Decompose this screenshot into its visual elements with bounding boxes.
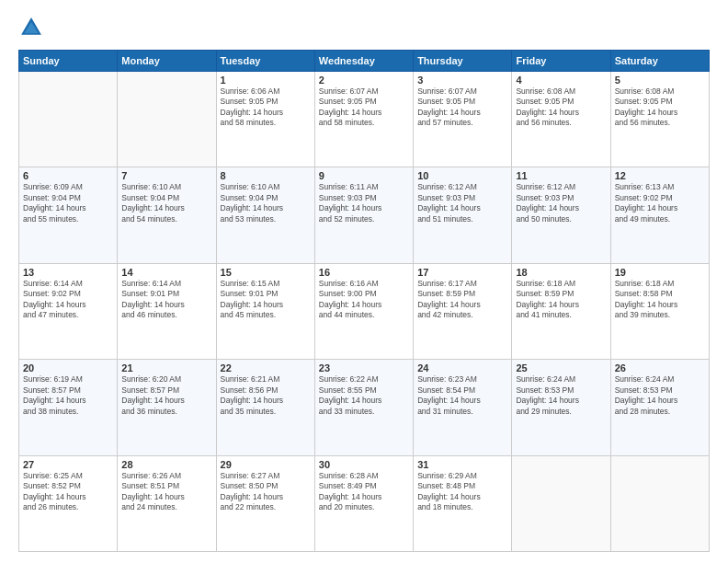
calendar-cell: 21Sunrise: 6:20 AMSunset: 8:57 PMDayligh… (118, 360, 216, 455)
calendar-cell: 22Sunrise: 6:21 AMSunset: 8:56 PMDayligh… (216, 360, 314, 455)
day-info: Sunrise: 6:08 AMSunset: 9:05 PMDaylight:… (615, 86, 705, 129)
day-number: 24 (417, 362, 507, 373)
day-number: 27 (23, 459, 113, 470)
calendar-cell (19, 72, 118, 167)
day-info: Sunrise: 6:16 AMSunset: 9:00 PMDaylight:… (319, 279, 409, 321)
calendar-week-row: 13Sunrise: 6:14 AMSunset: 9:02 PMDayligh… (19, 263, 710, 359)
day-info: Sunrise: 6:07 AMSunset: 9:05 PMDaylight:… (417, 86, 507, 129)
calendar-cell: 29Sunrise: 6:27 AMSunset: 8:50 PMDayligh… (216, 455, 314, 551)
calendar-cell: 7Sunrise: 6:10 AMSunset: 9:04 PMDaylight… (118, 167, 216, 263)
day-number: 14 (121, 267, 211, 278)
logo (18, 15, 48, 40)
day-number: 22 (221, 362, 311, 373)
calendar-header-friday: Friday (512, 51, 610, 72)
calendar-cell: 2Sunrise: 6:07 AMSunset: 9:05 PMDaylight… (314, 72, 413, 167)
day-number: 26 (615, 362, 705, 373)
day-info: Sunrise: 6:14 AMSunset: 9:02 PMDaylight:… (23, 279, 113, 321)
calendar-header-thursday: Thursday (414, 51, 512, 72)
calendar-header-sunday: Sunday (19, 51, 118, 72)
calendar-week-row: 1Sunrise: 6:06 AMSunset: 9:05 PMDaylight… (19, 72, 710, 167)
calendar-cell: 18Sunrise: 6:18 AMSunset: 8:59 PMDayligh… (512, 263, 610, 359)
day-info: Sunrise: 6:10 AMSunset: 9:04 PMDaylight:… (121, 182, 211, 224)
calendar-week-row: 6Sunrise: 6:09 AMSunset: 9:04 PMDaylight… (19, 167, 710, 263)
day-info: Sunrise: 6:21 AMSunset: 8:56 PMDaylight:… (221, 374, 311, 417)
calendar-header-tuesday: Tuesday (216, 51, 314, 72)
calendar-cell: 27Sunrise: 6:25 AMSunset: 8:52 PMDayligh… (19, 455, 118, 551)
day-info: Sunrise: 6:24 AMSunset: 8:53 PMDaylight:… (516, 374, 606, 417)
calendar-cell: 8Sunrise: 6:10 AMSunset: 9:04 PMDaylight… (216, 167, 314, 263)
day-number: 12 (615, 170, 705, 181)
day-info: Sunrise: 6:19 AMSunset: 8:57 PMDaylight:… (23, 374, 113, 417)
day-info: Sunrise: 6:18 AMSunset: 8:58 PMDaylight:… (615, 279, 705, 321)
day-info: Sunrise: 6:28 AMSunset: 8:49 PMDaylight:… (319, 471, 409, 513)
day-number: 17 (417, 267, 507, 278)
calendar-cell: 24Sunrise: 6:23 AMSunset: 8:54 PMDayligh… (414, 360, 512, 455)
day-number: 25 (516, 362, 606, 373)
day-number: 20 (23, 362, 113, 373)
calendar-cell: 5Sunrise: 6:08 AMSunset: 9:05 PMDaylight… (610, 72, 709, 167)
day-info: Sunrise: 6:10 AMSunset: 9:04 PMDaylight:… (221, 182, 311, 224)
day-info: Sunrise: 6:20 AMSunset: 8:57 PMDaylight:… (121, 374, 211, 417)
day-number: 28 (121, 459, 211, 470)
day-number: 31 (417, 459, 507, 470)
day-number: 8 (221, 170, 311, 181)
calendar-cell: 1Sunrise: 6:06 AMSunset: 9:05 PMDaylight… (216, 72, 314, 167)
calendar-header-monday: Monday (118, 51, 216, 72)
calendar-cell: 13Sunrise: 6:14 AMSunset: 9:02 PMDayligh… (19, 263, 118, 359)
day-info: Sunrise: 6:23 AMSunset: 8:54 PMDaylight:… (417, 374, 507, 417)
day-number: 19 (615, 267, 705, 278)
calendar-cell: 15Sunrise: 6:15 AMSunset: 9:01 PMDayligh… (216, 263, 314, 359)
day-number: 4 (516, 75, 606, 86)
logo-icon (18, 15, 44, 40)
day-info: Sunrise: 6:09 AMSunset: 9:04 PMDaylight:… (23, 182, 113, 224)
calendar-cell: 16Sunrise: 6:16 AMSunset: 9:00 PMDayligh… (314, 263, 413, 359)
calendar-week-row: 27Sunrise: 6:25 AMSunset: 8:52 PMDayligh… (19, 455, 710, 551)
day-number: 7 (121, 170, 211, 181)
day-info: Sunrise: 6:24 AMSunset: 8:53 PMDaylight:… (615, 374, 705, 417)
calendar-cell: 28Sunrise: 6:26 AMSunset: 8:51 PMDayligh… (118, 455, 216, 551)
day-info: Sunrise: 6:12 AMSunset: 9:03 PMDaylight:… (516, 182, 606, 224)
calendar-cell: 20Sunrise: 6:19 AMSunset: 8:57 PMDayligh… (19, 360, 118, 455)
day-number: 29 (221, 459, 311, 470)
calendar-cell (610, 455, 709, 551)
day-number: 6 (23, 170, 113, 181)
day-info: Sunrise: 6:08 AMSunset: 9:05 PMDaylight:… (516, 86, 606, 129)
day-info: Sunrise: 6:06 AMSunset: 9:05 PMDaylight:… (221, 86, 311, 129)
calendar-cell: 31Sunrise: 6:29 AMSunset: 8:48 PMDayligh… (414, 455, 512, 551)
calendar-header-row: SundayMondayTuesdayWednesdayThursdayFrid… (19, 51, 710, 72)
calendar-cell: 9Sunrise: 6:11 AMSunset: 9:03 PMDaylight… (314, 167, 413, 263)
calendar-cell: 30Sunrise: 6:28 AMSunset: 8:49 PMDayligh… (314, 455, 413, 551)
day-info: Sunrise: 6:14 AMSunset: 9:01 PMDaylight:… (121, 279, 211, 321)
calendar-cell: 25Sunrise: 6:24 AMSunset: 8:53 PMDayligh… (512, 360, 610, 455)
day-number: 15 (221, 267, 311, 278)
day-number: 9 (319, 170, 409, 181)
day-info: Sunrise: 6:12 AMSunset: 9:03 PMDaylight:… (417, 182, 507, 224)
day-number: 2 (319, 75, 409, 86)
calendar-cell: 14Sunrise: 6:14 AMSunset: 9:01 PMDayligh… (118, 263, 216, 359)
calendar-header-saturday: Saturday (610, 51, 709, 72)
day-number: 11 (516, 170, 606, 181)
calendar-cell: 10Sunrise: 6:12 AMSunset: 9:03 PMDayligh… (414, 167, 512, 263)
calendar-cell (512, 455, 610, 551)
day-info: Sunrise: 6:15 AMSunset: 9:01 PMDaylight:… (221, 279, 311, 321)
calendar-cell: 12Sunrise: 6:13 AMSunset: 9:02 PMDayligh… (610, 167, 709, 263)
calendar-week-row: 20Sunrise: 6:19 AMSunset: 8:57 PMDayligh… (19, 360, 710, 455)
day-number: 21 (121, 362, 211, 373)
day-info: Sunrise: 6:27 AMSunset: 8:50 PMDaylight:… (221, 471, 311, 513)
calendar-cell: 17Sunrise: 6:17 AMSunset: 8:59 PMDayligh… (414, 263, 512, 359)
calendar-cell: 11Sunrise: 6:12 AMSunset: 9:03 PMDayligh… (512, 167, 610, 263)
day-number: 23 (319, 362, 409, 373)
day-info: Sunrise: 6:18 AMSunset: 8:59 PMDaylight:… (516, 279, 606, 321)
day-number: 13 (23, 267, 113, 278)
calendar-cell: 4Sunrise: 6:08 AMSunset: 9:05 PMDaylight… (512, 72, 610, 167)
header (18, 15, 710, 40)
day-number: 1 (221, 75, 311, 86)
calendar-cell: 23Sunrise: 6:22 AMSunset: 8:55 PMDayligh… (314, 360, 413, 455)
calendar-cell (118, 72, 216, 167)
day-info: Sunrise: 6:07 AMSunset: 9:05 PMDaylight:… (319, 86, 409, 129)
day-number: 30 (319, 459, 409, 470)
calendar-cell: 3Sunrise: 6:07 AMSunset: 9:05 PMDaylight… (414, 72, 512, 167)
day-number: 16 (319, 267, 409, 278)
day-info: Sunrise: 6:11 AMSunset: 9:03 PMDaylight:… (319, 182, 409, 224)
calendar-table: SundayMondayTuesdayWednesdayThursdayFrid… (18, 50, 710, 552)
